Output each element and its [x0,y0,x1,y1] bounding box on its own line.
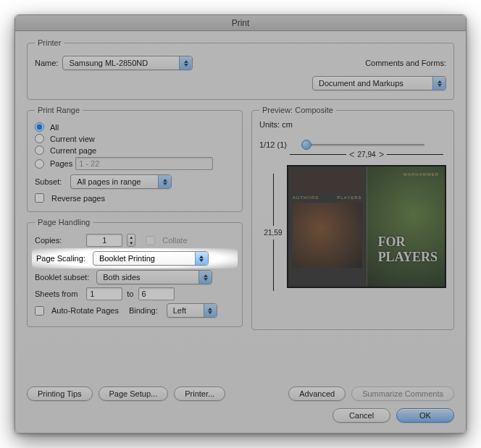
preview-thumbnail: AUTHORS PLAYERS WARHAMMER FOR P [287,165,446,288]
collate-label: Collate [162,236,187,245]
preview-width-dimension: ᐸ27,94ᐳ [287,151,446,159]
preview-height-dimension: 21,59 [259,171,287,294]
booklet-subset-label: Booklet subset: [35,273,89,282]
auto-rotate-checkbox[interactable] [35,306,44,316]
copies-label: Copies: [35,236,62,245]
select-arrows-icon [204,304,217,317]
reverse-pages-label: Reverse pages [51,194,105,203]
stepper-down-icon: ▼ [127,240,135,246]
ok-button[interactable]: OK [396,408,454,423]
binding-select[interactable]: Left [167,303,217,318]
slider-track [301,144,424,146]
range-current-view-label: Current view [50,135,95,143]
preview-left-tag2: PLAYERS [337,195,361,200]
page-setup-button[interactable]: Page Setup... [99,386,169,401]
preview-caption2: PLAYERS [378,250,438,264]
preview-subcaption: WARHAMMER [403,172,439,177]
comments-forms-select[interactable]: Document and Markups [312,76,446,90]
preview-page-counter: 1/12 (1) [259,140,287,149]
range-current-page-label: Current page [50,146,96,155]
page-handling-label: Page Handling [35,218,93,227]
select-arrows-icon [198,271,212,284]
range-pages-input[interactable] [75,157,213,170]
printer-button[interactable]: Printer... [174,386,225,401]
printing-tips-button[interactable]: Printing Tips [27,386,93,401]
printer-group: Printer Name: Samsung ML-2850ND Comments… [27,38,454,100]
reverse-pages-checkbox[interactable] [35,193,44,203]
preview-caption1: FOR [378,234,406,249]
page-scaling-value: Booklet Printing [99,254,155,263]
range-all-label: All [50,123,59,132]
subset-value: All pages in range [77,177,141,186]
sheets-from-input[interactable] [86,287,122,300]
sheets-to-input[interactable] [138,287,175,300]
dialog-title: Print [15,15,466,31]
sheets-from-label: Sheets from [35,289,78,298]
printer-name-value: Samsung ML-2850ND [69,59,148,67]
print-range-label: Print Range [35,106,83,114]
copies-input[interactable] [86,234,122,247]
select-arrows-icon [195,252,208,265]
booklet-subset-select[interactable]: Both sides [96,270,212,284]
print-dialog: Print Printer Name: Samsung ML-2850ND Co… [14,14,467,434]
comments-forms-value: Document and Markups [319,79,403,88]
range-current-page-radio[interactable] [35,145,44,155]
range-current-view-radio[interactable] [35,134,44,143]
select-arrows-icon [432,77,446,90]
range-pages-label: Pages [50,159,72,168]
comments-forms-label: Comments and Forms: [365,59,446,67]
select-arrows-icon [179,56,192,69]
cancel-button[interactable]: Cancel [332,408,390,423]
print-range-group: Print Range All Current view Current pag… [27,106,243,212]
preview-page-slider[interactable] [301,139,424,151]
printer-group-label: Printer [35,38,64,47]
copies-stepper[interactable]: ▲ ▼ [127,234,135,247]
auto-rotate-label: Auto-Rotate Pages [51,306,119,315]
page-scaling-select[interactable]: Booklet Printing [93,251,209,266]
advanced-button[interactable]: Advanced [288,386,346,401]
range-pages-radio[interactable] [35,159,44,169]
preview-left-tag: AUTHORS [293,195,319,200]
preview-group-label: Preview: Composite [259,106,336,114]
binding-label: Binding: [129,306,158,315]
sheets-to-label: to [127,289,133,298]
printer-name-label: Name: [35,59,58,67]
page-scaling-label: Page Scaling: [36,254,85,263]
stepper-up-icon: ▲ [127,234,135,240]
select-arrows-icon [158,175,171,188]
preview-group: Preview: Composite Units: cm 1/12 (1) ᐸ2… [251,106,454,330]
preview-units: Units: cm [259,120,446,129]
binding-value: Left [173,306,186,315]
slider-thumb[interactable] [301,140,311,150]
subset-label: Subset: [35,177,62,186]
range-all-radio[interactable] [35,122,44,132]
page-handling-group: Page Handling Copies: ▲ ▼ Collate Page S… [27,218,243,327]
booklet-subset-value: Both sides [103,273,140,282]
summarize-comments-button: Summarize Comments [351,386,454,401]
subset-select[interactable]: All pages in range [70,174,172,189]
collate-checkbox [146,236,155,245]
printer-name-select[interactable]: Samsung ML-2850ND [62,56,193,70]
